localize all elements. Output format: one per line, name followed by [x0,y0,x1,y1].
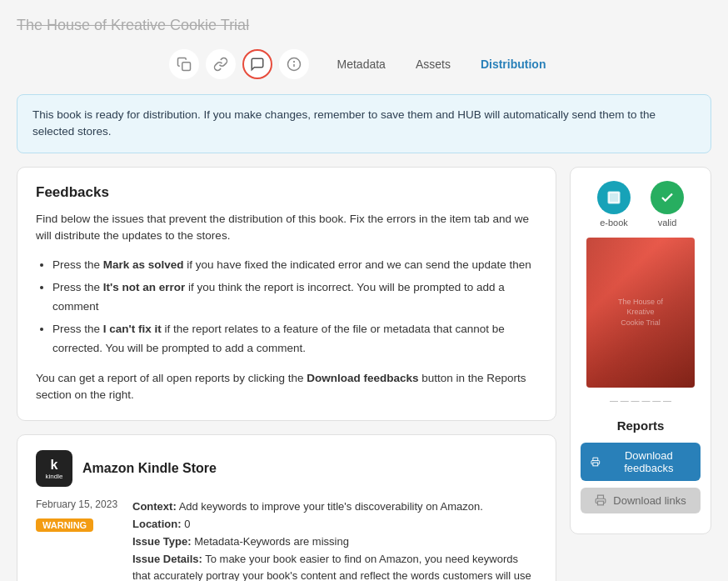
issue-details-label: Issue Details: [132,553,202,565]
download-feedbacks-btn[interactable]: Download feedbacks [581,443,701,481]
issue-type-value: Metadata-Keywords are missing [194,535,349,548]
printer-icon-2 [595,494,606,506]
context-row: Context: Add keywords to improve your ti… [132,498,537,516]
ebook-status-item: e-book [597,181,631,228]
cant-fix-label: I can't fix it [103,323,162,335]
download-feedbacks-link: Download feedbacks [307,372,418,384]
info-banner: This book is ready for distribution. If … [17,94,711,153]
toolbar-icons [169,49,309,79]
valid-status-circle [651,181,684,214]
link-icon[interactable] [206,49,236,79]
printer-icon [591,456,601,468]
tab-assets[interactable]: Assets [402,52,464,77]
feedbacks-list: Press the Mark as solved if you have fix… [52,256,537,358]
context-label: Context: [132,500,177,513]
store-header: k kindle Amazon Kindle Store [36,450,537,487]
mark-as-solved-label: Mark as solved [103,258,184,271]
feedbacks-footer: You can get a report of all open reports… [36,370,537,404]
issue-date: February 15, 2023 [36,498,117,510]
ebook-label: e-book [600,218,628,228]
issue-type-row: Issue Type: Metadata-Keywords are missin… [132,533,537,551]
feedbacks-title: Feedbacks [36,184,537,201]
toolbar: Metadata Assets Distribution [17,49,711,79]
issue-details-row: Issue Details: To make your book easier … [132,551,537,581]
issue-type-label: Issue Type: [132,535,192,548]
left-col: Feedbacks Find below the issues that pre… [17,167,556,582]
valid-status-item: valid [651,181,684,228]
kindle-store-icon: k kindle [36,450,72,487]
not-an-error-label: It's not an error [103,281,185,293]
issue-body: February 15, 2023 WARNING Context: Add k… [36,498,537,581]
kindle-k-letter: k [51,457,58,473]
store-name: Amazon Kindle Store [82,461,217,476]
feedbacks-intro: Find below the issues that prevent the d… [36,211,537,245]
tab-metadata[interactable]: Metadata [324,52,399,77]
warning-badge: WARNING [36,518,93,532]
page-container: The House of Kreative Cookie Trial [0,0,728,581]
copy-icon[interactable] [169,49,199,79]
ebook-status-circle [597,181,631,214]
issue-meta-left: February 15, 2023 WARNING [36,498,119,532]
list-item: Press the I can't fix it if the report r… [52,320,537,358]
feedbacks-card: Feedbacks Find below the issues that pre… [17,167,556,422]
svg-rect-7 [598,501,604,505]
info-icon[interactable] [279,49,309,79]
page-title: The House of Kreative Cookie Trial [17,17,711,34]
book-author: — — — — — — [581,396,701,405]
store-card: k kindle Amazon Kindle Store February 15… [17,434,556,581]
main-layout: Feedbacks Find below the issues that pre… [17,167,711,582]
list-item: Press the It's not an error if you think… [52,278,537,317]
book-status-icons: e-book valid [581,181,701,228]
reports-title: Reports [581,418,701,433]
context-value: Add keywords to improve your title's dis… [179,500,483,513]
kindle-label: kindle [46,473,63,481]
tab-nav: Metadata Assets Distribution [324,52,560,77]
issue-details: Context: Add keywords to improve your ti… [132,498,537,581]
right-col: e-book valid The House ofKreati [570,167,711,582]
svg-rect-6 [593,462,598,465]
feedbacks-footer-text: You can get a report of all open reports… [36,372,307,384]
location-label: Location: [132,518,182,530]
comment-icon[interactable] [242,49,272,79]
location-row: Location: 0 [132,516,537,533]
download-links-label: Download links [613,494,686,507]
location-value: 0 [184,518,190,530]
download-feedbacks-label: Download feedbacks [607,449,691,474]
tab-distribution[interactable]: Distribution [467,52,560,77]
svg-rect-0 [182,63,190,71]
book-thumbnail: The House ofKreativeCookie Trial [586,238,695,388]
book-title-overlay: The House ofKreativeCookie Trial [592,297,690,328]
valid-label: valid [658,218,677,228]
right-panel: e-book valid The House ofKreati [570,167,711,534]
download-links-btn[interactable]: Download links [581,488,701,513]
list-item: Press the Mark as solved if you have fix… [52,256,537,275]
